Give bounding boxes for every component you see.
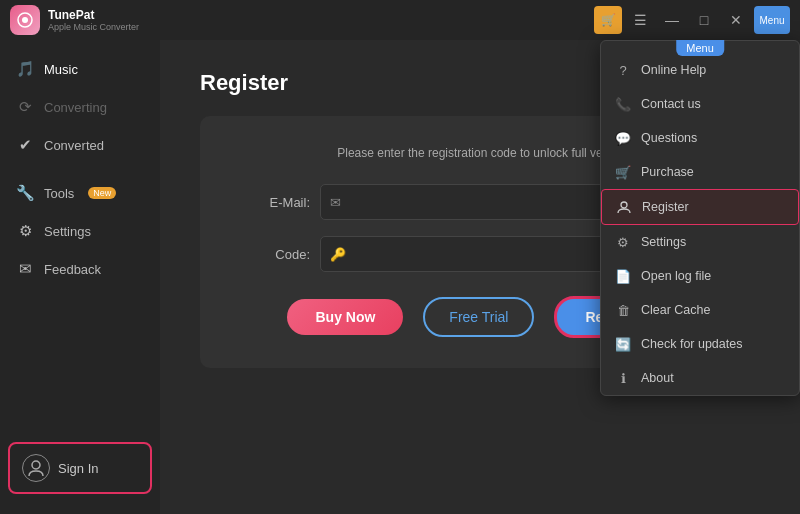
menu-item-register[interactable]: Register xyxy=(601,189,799,225)
menu-label-check-updates: Check for updates xyxy=(641,337,742,351)
contact-icon: 📞 xyxy=(615,96,631,112)
sidebar-label-settings: Settings xyxy=(44,224,91,239)
sidebar: 🎵 Music ⟳ Converting ✔ Converted 🔧 Tools… xyxy=(0,40,160,514)
menu-label-open-log: Open log file xyxy=(641,269,711,283)
sidebar-label-converting: Converting xyxy=(44,100,107,115)
signin-avatar xyxy=(22,454,50,482)
menu-item-contact[interactable]: 📞 Contact us xyxy=(601,87,799,121)
menu-item-open-log[interactable]: 📄 Open log file xyxy=(601,259,799,293)
converting-icon: ⟳ xyxy=(16,98,34,116)
app-logo xyxy=(10,5,40,35)
svg-point-2 xyxy=(32,461,40,469)
music-icon: 🎵 xyxy=(16,60,34,78)
menu-tag: Menu xyxy=(676,40,724,56)
svg-point-1 xyxy=(22,17,28,23)
menu-label-clear-cache: Clear Cache xyxy=(641,303,710,317)
purchase-icon: 🛒 xyxy=(615,164,631,180)
update-icon: 🔄 xyxy=(615,336,631,352)
app-body: 🎵 Music ⟳ Converting ✔ Converted 🔧 Tools… xyxy=(0,40,800,514)
email-icon: ✉ xyxy=(330,195,341,210)
window-controls: 🛒 ☰ — □ ✕ Menu xyxy=(594,6,790,34)
dropdown-menu: Menu ? Online Help 📞 Contact us 💬 Questi… xyxy=(600,40,800,396)
app-name: TunePat xyxy=(48,8,139,22)
free-trial-button[interactable]: Free Trial xyxy=(423,297,534,337)
signin-area[interactable]: Sign In xyxy=(8,442,152,494)
buy-now-button[interactable]: Buy Now xyxy=(287,299,403,335)
sidebar-item-converting: ⟳ Converting xyxy=(0,88,160,126)
signin-label: Sign In xyxy=(58,461,98,476)
main-content: + ♪ Register Please enter the registrati… xyxy=(160,40,800,514)
sidebar-label-converted: Converted xyxy=(44,138,104,153)
cart-button[interactable]: 🛒 xyxy=(594,6,622,34)
code-label: Code: xyxy=(240,247,310,262)
menu-label-settings: Settings xyxy=(641,235,686,249)
help-icon: ? xyxy=(615,62,631,78)
sidebar-label-music: Music xyxy=(44,62,78,77)
menu-label-purchase: Purchase xyxy=(641,165,694,179)
sidebar-item-converted[interactable]: ✔ Converted xyxy=(0,126,160,164)
titlebar: TunePat Apple Music Converter 🛒 ☰ — □ ✕ … xyxy=(0,0,800,40)
cache-icon: 🗑 xyxy=(615,302,631,318)
settings-icon: ⚙ xyxy=(16,222,34,240)
sidebar-label-tools: Tools xyxy=(44,186,74,201)
settings-menu-icon: ⚙ xyxy=(615,234,631,250)
menu-item-about[interactable]: ℹ About xyxy=(601,361,799,395)
hamburger-button[interactable]: ☰ xyxy=(626,6,654,34)
sidebar-item-tools[interactable]: 🔧 Tools New xyxy=(0,174,160,212)
feedback-icon: ✉ xyxy=(16,260,34,278)
app-subtitle: Apple Music Converter xyxy=(48,22,139,32)
menu-item-purchase[interactable]: 🛒 Purchase xyxy=(601,155,799,189)
menu-label-questions: Questions xyxy=(641,131,697,145)
tools-badge: New xyxy=(88,187,116,199)
tools-icon: 🔧 xyxy=(16,184,34,202)
sidebar-item-music[interactable]: 🎵 Music xyxy=(0,50,160,88)
log-icon: 📄 xyxy=(615,268,631,284)
minimize-button[interactable]: — xyxy=(658,6,686,34)
menu-label-about: About xyxy=(641,371,674,385)
menu-label-online-help: Online Help xyxy=(641,63,706,77)
key-icon: 🔑 xyxy=(330,247,346,262)
questions-icon: 💬 xyxy=(615,130,631,146)
sidebar-item-feedback[interactable]: ✉ Feedback xyxy=(0,250,160,288)
menu-label-button[interactable]: Menu xyxy=(754,6,790,34)
menu-item-online-help[interactable]: ? Online Help xyxy=(601,53,799,87)
menu-item-check-updates[interactable]: 🔄 Check for updates xyxy=(601,327,799,361)
app-info: TunePat Apple Music Converter xyxy=(48,8,139,32)
menu-label-contact: Contact us xyxy=(641,97,701,111)
menu-item-questions[interactable]: 💬 Questions xyxy=(601,121,799,155)
maximize-button[interactable]: □ xyxy=(690,6,718,34)
svg-point-3 xyxy=(621,202,627,208)
email-label: E-Mail: xyxy=(240,195,310,210)
menu-label-register: Register xyxy=(642,200,689,214)
sidebar-label-feedback: Feedback xyxy=(44,262,101,277)
converted-icon: ✔ xyxy=(16,136,34,154)
register-icon xyxy=(616,199,632,215)
about-icon: ℹ xyxy=(615,370,631,386)
menu-item-settings[interactable]: ⚙ Settings xyxy=(601,225,799,259)
menu-item-clear-cache[interactable]: 🗑 Clear Cache xyxy=(601,293,799,327)
close-button[interactable]: ✕ xyxy=(722,6,750,34)
sidebar-item-settings[interactable]: ⚙ Settings xyxy=(0,212,160,250)
